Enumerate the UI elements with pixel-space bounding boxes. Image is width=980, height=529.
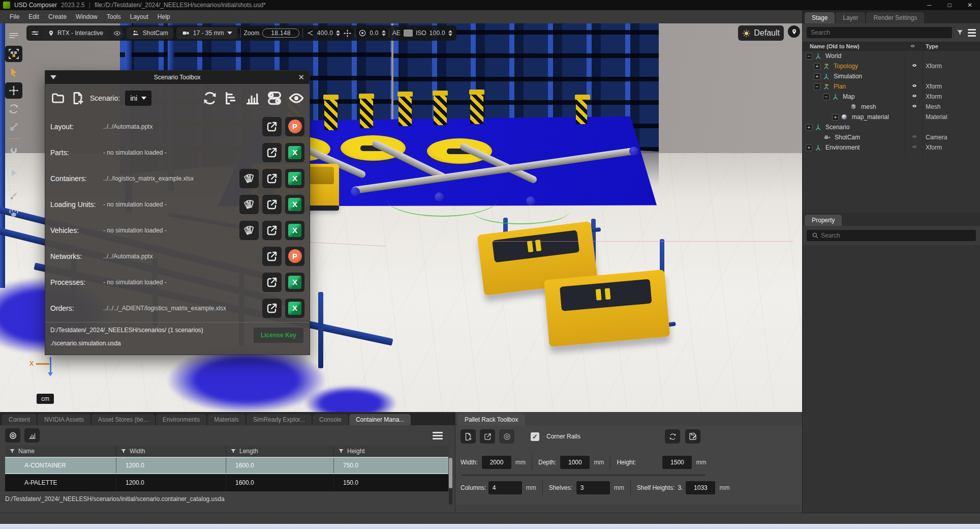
stage-options-icon[interactable] <box>968 29 976 37</box>
tree-row-map-material[interactable]: + map_material Material <box>803 112 980 122</box>
visibility-button[interactable] <box>288 90 304 106</box>
tree-row-map[interactable]: − Map Xform <box>803 92 980 102</box>
eye-visible-icon[interactable] <box>907 83 922 90</box>
table-row-a-palette[interactable]: A-PALETTE 1200.0 1600.0 150.0 <box>5 474 448 491</box>
columns-input[interactable] <box>488 481 522 494</box>
collapse-icon[interactable] <box>50 75 56 79</box>
shutter-stepper[interactable] <box>336 30 340 36</box>
hierarchy-view-button[interactable] <box>223 90 239 106</box>
expander-icon[interactable]: − <box>806 53 812 60</box>
open-external-button[interactable] <box>262 221 282 240</box>
header-height[interactable]: Height <box>333 446 448 456</box>
corner-rails-checkbox[interactable]: ✓ <box>531 432 539 441</box>
new-scenario-button[interactable] <box>71 91 85 106</box>
tab-layer[interactable]: Layer <box>836 12 865 23</box>
menu-window[interactable]: Window <box>71 13 102 20</box>
open-external-button[interactable] <box>262 169 282 188</box>
tree-row-environment[interactable]: + Environment Xform <box>803 142 980 153</box>
scale-tool[interactable] <box>5 119 22 135</box>
catalog-cards-button[interactable] <box>239 195 259 214</box>
catalog-cards-button[interactable] <box>239 221 259 240</box>
header-width[interactable]: Width <box>116 446 226 456</box>
expander-icon[interactable]: + <box>814 73 820 80</box>
menu-layout[interactable]: Layout <box>126 13 153 20</box>
expander-icon[interactable]: + <box>832 114 839 121</box>
width-input[interactable] <box>482 456 511 469</box>
save-edit-button[interactable] <box>685 429 700 444</box>
column-type[interactable]: Type <box>926 43 938 49</box>
open-external-button[interactable] <box>262 273 282 292</box>
depth-input[interactable] <box>560 456 590 469</box>
tab-simready-explorer[interactable]: SimReady Explor... <box>247 414 312 425</box>
ae-toggle[interactable] <box>404 30 413 37</box>
visibility-target-icon[interactable] <box>5 428 20 443</box>
powerpoint-icon[interactable]: P <box>285 247 304 266</box>
shutter-value[interactable]: 400.0 <box>317 30 333 37</box>
table-row-a-container[interactable]: A-CONTAINER 1200.0 1600.0 750.0 <box>5 457 448 474</box>
close-button[interactable]: ✕ <box>960 0 980 10</box>
excel-icon[interactable]: X <box>285 143 304 162</box>
eye-hidden-icon[interactable] <box>907 134 922 141</box>
table-scrollbar[interactable] <box>449 458 452 505</box>
renderer-selector[interactable]: RTX - Interactive <box>43 27 108 39</box>
eye-hidden-icon[interactable] <box>907 144 922 151</box>
expander-icon[interactable]: + <box>814 63 820 70</box>
menu-edit[interactable]: Edit <box>24 13 44 20</box>
excel-icon[interactable]: X <box>285 299 304 318</box>
refresh-rack-button[interactable] <box>665 429 680 444</box>
statistics-icon[interactable] <box>24 428 40 443</box>
viewport-settings-icon[interactable] <box>30 28 40 38</box>
menu-create[interactable]: Create <box>44 13 71 20</box>
play-tool[interactable] <box>5 165 22 181</box>
tree-row-topology[interactable]: + Topology Xform <box>803 61 980 71</box>
rotate-tool[interactable] <box>5 101 22 117</box>
excel-icon[interactable]: X <box>285 169 304 188</box>
open-external-button[interactable] <box>262 195 282 214</box>
tab-materials[interactable]: Materials <box>207 414 246 425</box>
expander-icon[interactable]: − <box>823 94 830 100</box>
header-length[interactable]: Length <box>226 446 333 456</box>
minimize-button[interactable]: ─ <box>919 0 939 10</box>
tree-row-shotcam[interactable]: ShotCam Camera <box>803 132 980 142</box>
excel-icon[interactable]: X <box>285 195 304 214</box>
focus-icon[interactable] <box>343 29 352 38</box>
tree-row-world[interactable]: − World <box>803 51 980 61</box>
close-icon[interactable]: ✕ <box>298 73 304 82</box>
snap-tool[interactable] <box>5 142 22 158</box>
select-tool[interactable] <box>5 64 22 80</box>
tab-stage[interactable]: Stage <box>805 12 835 23</box>
viewport-pin-icon[interactable] <box>788 25 800 38</box>
tree-row-plan[interactable]: − Plan Xform <box>803 81 980 92</box>
menu-tools[interactable]: Tools <box>102 13 126 20</box>
container-options-icon[interactable] <box>433 432 443 439</box>
column-name[interactable]: Name (Old to New) <box>810 43 860 49</box>
tab-environments[interactable]: Environments <box>156 414 206 425</box>
tree-row-mesh[interactable]: mesh Mesh <box>803 102 980 112</box>
tab-pallet-rack-toolbox[interactable]: Pallet Rack Toolbox <box>457 414 525 426</box>
excel-icon[interactable]: X <box>285 221 304 240</box>
tree-row-scenario[interactable]: + Scenario <box>803 122 980 132</box>
reload-scenario-button[interactable] <box>202 90 218 106</box>
tab-console[interactable]: Console <box>313 414 348 425</box>
eye-visible-icon[interactable] <box>907 103 922 110</box>
viewport-menu-icon[interactable] <box>5 27 22 44</box>
open-external-button[interactable] <box>262 143 282 162</box>
camera-selector[interactable]: ShotCam <box>127 27 173 39</box>
tab-render-settings[interactable]: Render Settings <box>866 12 924 23</box>
statistics-button[interactable] <box>244 90 261 106</box>
tree-row-simulation[interactable]: + Simulation <box>803 71 980 81</box>
move-tool[interactable] <box>5 82 22 99</box>
aperture-value[interactable]: 0.0 <box>370 30 379 37</box>
paint-tool[interactable] <box>5 188 22 204</box>
tab-nvidia-assets[interactable]: NVIDIA Assets <box>38 414 90 425</box>
menu-file[interactable]: File <box>5 13 24 20</box>
export-rack-button[interactable] <box>480 429 495 444</box>
property-search-input[interactable] <box>807 230 976 241</box>
physics-drop-tool[interactable] <box>5 206 22 222</box>
stage-search-input[interactable] <box>807 27 952 38</box>
shelf-heights-input[interactable] <box>686 481 715 494</box>
header-name[interactable]: Name <box>5 446 116 456</box>
aperture-stepper[interactable] <box>382 30 386 36</box>
maximize-button[interactable]: □ <box>939 0 960 10</box>
select-mode-tool[interactable] <box>5 46 22 62</box>
